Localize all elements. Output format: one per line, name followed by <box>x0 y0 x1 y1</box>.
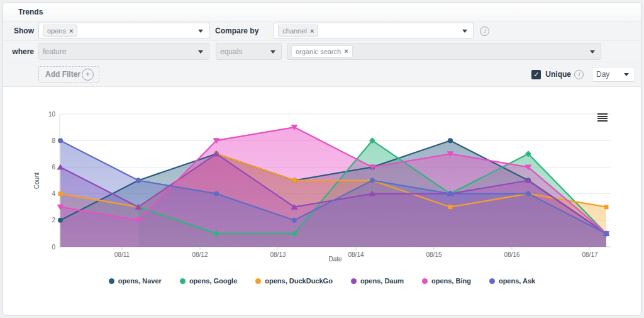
info-icon[interactable]: i <box>480 26 489 36</box>
compare-tag-text: channel <box>282 27 307 35</box>
svg-text:0: 0 <box>52 244 55 251</box>
svg-text:08/14: 08/14 <box>348 251 364 258</box>
filter-bar: Show opens × Compare by channel × i wher… <box>3 21 641 87</box>
chevron-down-icon <box>624 73 629 76</box>
chevron-down-icon <box>270 50 275 54</box>
trends-chart: 024681008/1108/1208/1308/1408/1508/1608/… <box>3 87 641 276</box>
chevron-down-icon <box>590 50 595 54</box>
legend-item[interactable]: opens, Ask <box>489 277 535 285</box>
legend-dot-icon <box>351 278 357 284</box>
chart-area: 024681008/1108/1208/1308/1408/1508/1608/… <box>3 87 641 315</box>
where-value-tag: organic search × <box>291 45 353 58</box>
where-placeholder: feature <box>43 47 66 56</box>
panel-title: Trends <box>18 8 43 16</box>
legend-label: opens, Google <box>189 277 237 285</box>
where-property-select[interactable]: feature <box>38 43 209 60</box>
show-tag: opens × <box>43 25 77 37</box>
compare-by-label: Compare by <box>215 26 258 35</box>
chart-legend: opens, Naveropens, Googleopens, DuckDuck… <box>3 277 641 285</box>
remove-show-tag-icon[interactable]: × <box>69 28 73 35</box>
operator-value: equals <box>220 47 242 56</box>
svg-text:08/17: 08/17 <box>582 251 597 258</box>
svg-text:Count: Count <box>33 172 40 189</box>
unique-checkbox[interactable]: ✓ <box>531 70 541 79</box>
legend-dot-icon <box>255 278 261 284</box>
legend-dot-icon <box>422 278 428 284</box>
interval-select[interactable]: Day <box>592 67 635 82</box>
show-label: Show <box>3 26 34 35</box>
chevron-down-icon <box>198 30 203 33</box>
legend-item[interactable]: opens, Bing <box>422 277 471 285</box>
compare-by-select[interactable]: channel × <box>274 23 474 39</box>
legend-label: opens, Bing <box>431 277 471 285</box>
remove-compare-tag-icon[interactable]: × <box>310 28 314 35</box>
chevron-down-icon <box>462 30 467 33</box>
legend-label: opens, Daum <box>360 277 404 285</box>
add-filter-button[interactable]: Add Filter + <box>38 66 99 82</box>
legend-item[interactable]: opens, Naver <box>109 277 162 285</box>
operator-select[interactable]: equals <box>216 43 282 60</box>
interval-value: Day <box>596 70 609 79</box>
where-value-tag-text: organic search <box>296 48 341 55</box>
chart-menu-button[interactable] <box>597 113 608 122</box>
svg-text:08/13: 08/13 <box>270 251 286 258</box>
svg-text:08/16: 08/16 <box>504 251 519 258</box>
where-value-select[interactable]: organic search × <box>287 43 601 60</box>
legend-dot-icon <box>180 278 186 284</box>
remove-where-value-tag-icon[interactable]: × <box>344 48 348 55</box>
legend-label: opens, Ask <box>499 277 535 285</box>
trends-panel: Trends Show opens × Compare by channel ×… <box>3 3 641 315</box>
svg-text:08/15: 08/15 <box>426 251 441 258</box>
panel-header: Trends <box>3 3 641 21</box>
legend-item[interactable]: opens, DuckDuckGo <box>255 277 333 285</box>
unique-label: Unique <box>545 70 571 79</box>
info-icon[interactable]: i <box>574 70 584 79</box>
legend-dot-icon <box>109 278 114 284</box>
svg-text:08/12: 08/12 <box>192 251 208 258</box>
legend-label: opens, Naver <box>118 277 162 285</box>
add-filter-label: Add Filter <box>45 70 80 79</box>
svg-text:Date: Date <box>328 256 342 263</box>
compare-tag: channel × <box>278 25 318 37</box>
plus-icon: + <box>82 69 94 81</box>
chevron-down-icon <box>198 50 203 54</box>
svg-text:2: 2 <box>52 217 55 224</box>
show-select[interactable]: opens × <box>38 23 209 39</box>
svg-text:6: 6 <box>52 164 55 171</box>
legend-item[interactable]: opens, Google <box>180 277 237 285</box>
svg-text:08/11: 08/11 <box>114 251 130 258</box>
legend-label: opens, DuckDuckGo <box>265 277 333 285</box>
svg-text:10: 10 <box>48 111 56 118</box>
where-label: where <box>3 47 34 56</box>
svg-text:4: 4 <box>52 190 55 197</box>
legend-item[interactable]: opens, Daum <box>351 277 404 285</box>
svg-text:8: 8 <box>52 137 55 144</box>
show-tag-text: opens <box>47 27 66 35</box>
legend-dot-icon <box>489 278 495 284</box>
